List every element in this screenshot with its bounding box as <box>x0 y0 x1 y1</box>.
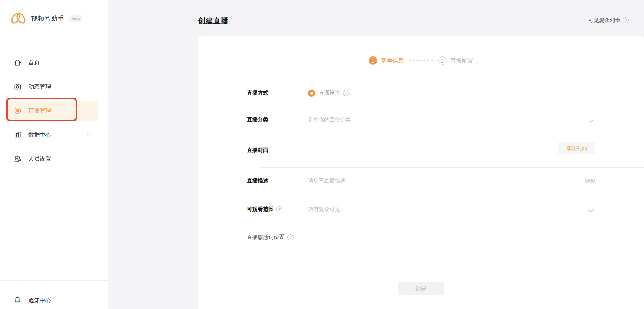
main-content: 创建直播 可见观众列表 ? 1 基本信息 2 直播配置 直播方式 直播推流 ? <box>108 0 644 309</box>
live-mode-value: 直播推流 ? <box>308 90 595 97</box>
beta-badge: beta <box>69 15 82 22</box>
row-visibility: 可观看范围 ? 所有观众可见 <box>247 206 595 215</box>
people-icon <box>14 155 21 163</box>
step-label: 基本信息 <box>381 57 404 64</box>
visibility-label: 可观看范围 <box>247 206 274 213</box>
create-button[interactable]: 创建 <box>398 282 444 295</box>
sensitive-words-link[interactable]: 直播敏感词设置 ? <box>247 234 595 241</box>
change-cover-button[interactable]: 修改封面 <box>558 142 595 154</box>
description-label: 直播描述 <box>247 177 268 184</box>
chevron-down-icon[interactable] <box>588 209 594 212</box>
visibility-label-group: 可观看范围 ? <box>247 206 282 213</box>
sidebar: 视频号助手 beta 首页 动态管理 <box>0 0 108 309</box>
sidebar-item-label: 首页 <box>28 59 40 66</box>
help-icon[interactable]: ? <box>287 234 294 240</box>
step-live-config: 2 直播配置 <box>438 56 473 65</box>
sidebar-item-live-management[interactable]: 直播管理 <box>7 101 99 121</box>
live-mode-option-label: 直播推流 <box>319 90 340 97</box>
sidebar-item-moments[interactable]: 动态管理 <box>7 77 99 97</box>
chevron-down-icon[interactable] <box>87 133 91 136</box>
category-label: 直播分类 <box>247 116 268 123</box>
stepper: 1 基本信息 2 直播配置 <box>198 56 644 65</box>
sidebar-divider <box>0 280 108 281</box>
field-divider <box>259 135 644 135</box>
brand: 视频号助手 beta <box>11 12 82 24</box>
radio-dot <box>310 92 313 95</box>
chevron-down-icon[interactable] <box>588 119 594 123</box>
live-icon <box>14 107 21 114</box>
help-icon[interactable]: ? <box>623 17 629 23</box>
row-cover: 直播封面 修改封面 <box>247 147 595 156</box>
visible-audience-link[interactable]: 可见观众列表 ? <box>588 17 629 24</box>
bell-icon <box>14 296 21 304</box>
sidebar-item-label: 人员设置 <box>28 155 51 163</box>
sidebar-item-home[interactable]: 首页 <box>7 53 99 72</box>
sidebar-item-label: 直播管理 <box>28 107 51 114</box>
char-counter: 0/60 <box>585 178 595 184</box>
sidebar-item-staff-settings[interactable]: 人员设置 <box>7 149 99 169</box>
sidebar-item-label: 通知中心 <box>28 297 51 304</box>
field-divider <box>259 193 644 193</box>
row-description: 直播描述 0/60 <box>247 177 595 187</box>
row-sensitive-words: 直播敏感词设置 ? <box>247 234 595 243</box>
channels-logo-icon <box>11 12 26 24</box>
field-divider <box>259 167 644 168</box>
home-icon <box>14 59 21 66</box>
step-number: 1 <box>369 56 377 65</box>
camera-icon <box>14 83 21 90</box>
page-title: 创建直播 <box>198 16 228 26</box>
visible-audience-link-label: 可见观众列表 <box>588 17 620 24</box>
stepper-connector <box>409 60 433 61</box>
cover-label: 直播封面 <box>247 147 268 154</box>
sidebar-item-label: 数据中心 <box>28 131 51 138</box>
row-live-mode: 直播方式 直播推流 ? <box>247 90 595 99</box>
visibility-select[interactable]: 所有观众可见 <box>308 206 595 213</box>
description-field <box>308 177 595 183</box>
sidebar-item-data-center[interactable]: 数据中心 <box>7 125 99 145</box>
description-input[interactable] <box>308 177 575 183</box>
step-number: 2 <box>438 56 447 65</box>
row-category: 直播分类 选择你的直播分类 <box>247 116 595 126</box>
sidebar-item-label: 动态管理 <box>28 83 51 90</box>
visibility-value: 所有观众可见 <box>308 206 340 213</box>
sensitive-words-label: 直播敏感词设置 <box>247 234 284 241</box>
sidebar-item-notification-center[interactable]: 通知中心 <box>7 290 99 309</box>
help-icon[interactable]: ? <box>343 90 349 96</box>
category-select[interactable]: 选择你的直播分类 <box>308 116 595 123</box>
sidebar-nav: 首页 动态管理 直播管理 <box>0 53 108 173</box>
step-label: 直播配置 <box>450 57 473 64</box>
brand-name: 视频号助手 <box>31 14 65 23</box>
radio-selected[interactable] <box>308 90 315 97</box>
live-mode-label: 直播方式 <box>247 90 268 97</box>
form-card: 1 基本信息 2 直播配置 直播方式 直播推流 ? 直播分类 选择你的直播分类 <box>198 36 644 309</box>
bar-chart-icon <box>14 131 21 138</box>
help-icon[interactable]: ? <box>276 206 282 212</box>
category-placeholder: 选择你的直播分类 <box>308 116 351 123</box>
step-basic-info: 1 基本信息 <box>369 56 404 65</box>
field-divider <box>259 224 644 224</box>
